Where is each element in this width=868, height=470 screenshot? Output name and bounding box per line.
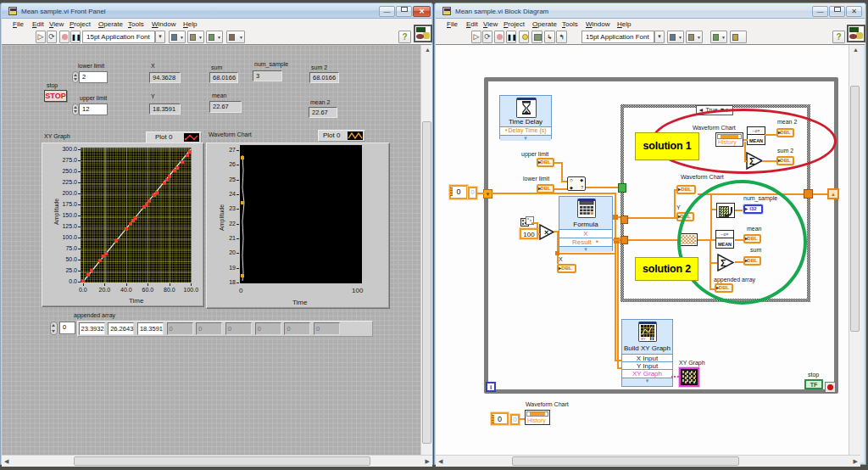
svg-text:▌▌: ▌▌ bbox=[650, 337, 655, 341]
svg-text:×: × bbox=[544, 228, 548, 237]
svg-text:XY: XY bbox=[641, 337, 646, 341]
